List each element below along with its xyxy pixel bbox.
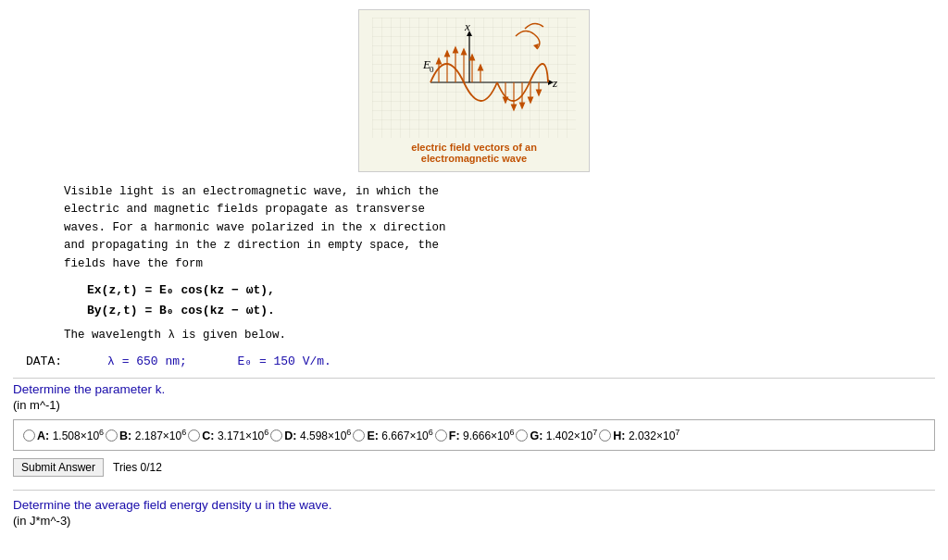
equation-1: Ex(z,t) = E₀ cos(kz − ωt), <box>87 280 935 301</box>
radio-b[interactable] <box>106 429 118 442</box>
option-e[interactable]: E: 6.667×106 <box>353 428 432 442</box>
equation-2: By(z,t) = B₀ cos(kz − ωt). <box>87 301 935 321</box>
question2-title: Determine the average field energy densi… <box>13 498 935 512</box>
option-label-a: A: 1.508×106 <box>37 428 104 442</box>
option-label-g: G: 1.402×107 <box>530 428 597 442</box>
option-b[interactable]: B: 2.187×106 <box>106 428 186 442</box>
diagram-box: x E 0 z <box>358 9 590 172</box>
option-c[interactable]: C: 3.171×106 <box>188 428 268 442</box>
question2-block: Determine the average field energy densi… <box>13 498 935 528</box>
data-label: DATA: <box>26 355 62 368</box>
radio-d[interactable] <box>270 429 282 442</box>
tries-text: Tries 0/12 <box>113 461 162 474</box>
option-label-b: B: 2.187×106 <box>119 428 186 442</box>
option-label-c: C: 3.171×106 <box>202 428 268 442</box>
answer-options-row: A: 1.508×106B: 2.187×106C: 3.171×106D: 4… <box>23 428 925 442</box>
diagram-container: x E 0 z <box>13 9 935 172</box>
option-label-h: H: 2.032×107 <box>613 428 680 442</box>
option-f[interactable]: F: 9.666×106 <box>435 428 515 442</box>
option-a[interactable]: A: 1.508×106 <box>23 428 104 442</box>
question1-unit: (in m^-1) <box>13 398 935 412</box>
submit-row: Submit Answer Tries 0/12 <box>13 458 935 477</box>
radio-h[interactable] <box>599 429 611 442</box>
radio-f[interactable] <box>435 429 447 442</box>
radio-a[interactable] <box>23 429 35 442</box>
question2-unit: (in J*m^-3) <box>13 514 935 528</box>
svg-rect-0 <box>372 18 576 138</box>
wavelength-line: The wavelength λ is given below. <box>64 327 935 344</box>
option-label-d: D: 4.598×106 <box>284 428 351 442</box>
radio-c[interactable] <box>188 429 200 442</box>
equation-block: Ex(z,t) = E₀ cos(kz − ωt), By(z,t) = B₀ … <box>87 280 935 321</box>
option-label-f: F: 9.666×106 <box>449 428 515 442</box>
option-h[interactable]: H: 2.032×107 <box>599 428 680 442</box>
description-block: Visible light is an electromagnetic wave… <box>64 183 935 273</box>
diagram-caption: electric field vectors of an electromagn… <box>367 142 581 164</box>
option-g[interactable]: G: 1.402×107 <box>516 428 597 442</box>
option-label-e: E: 6.667×106 <box>367 428 432 442</box>
data-line: DATA: λ = 650 nm; E₀ = 150 V/m. <box>26 354 935 368</box>
radio-e[interactable] <box>353 429 365 442</box>
question1-block: Determine the parameter k. (in m^-1) <box>13 382 935 412</box>
wave-diagram: x E 0 z <box>372 18 576 138</box>
option-d[interactable]: D: 4.598×106 <box>270 428 351 442</box>
data-lambda: λ = 650 nm; <box>107 355 187 368</box>
question1-title: Determine the parameter k. <box>13 382 935 396</box>
data-e0: E₀ = 150 V/m. <box>237 355 331 368</box>
submit-button[interactable]: Submit Answer <box>13 458 104 477</box>
svg-text:0: 0 <box>430 65 434 74</box>
radio-g[interactable] <box>516 429 528 442</box>
answer-options-box: A: 1.508×106B: 2.187×106C: 3.171×106D: 4… <box>13 419 935 451</box>
